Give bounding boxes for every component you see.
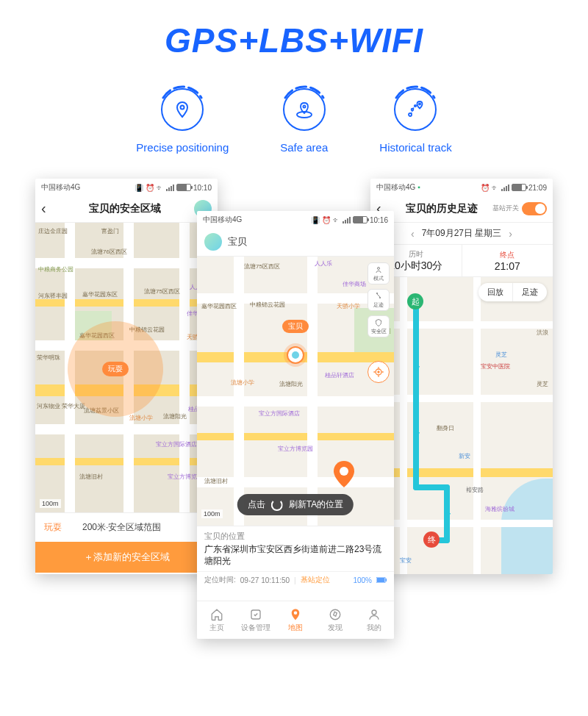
tab-label: 我的 xyxy=(367,623,381,633)
map-scale: 100m xyxy=(40,499,61,508)
secondary-pin-icon[interactable] xyxy=(333,461,355,490)
map-poi: 宝立方国际酒店 xyxy=(259,409,300,418)
map-canvas[interactable]: 流塘75区西区 人人乐 佳华商场 嘉华花园西区 中粮锦云花园 天骄小学 师公园 … xyxy=(197,257,394,526)
map-scale: 100m xyxy=(201,509,223,518)
loc-time-label: 定位时间: xyxy=(204,575,236,585)
chevron-left-icon[interactable]: ‹ xyxy=(411,228,415,240)
feature-precise: Precise positioning xyxy=(136,88,229,154)
metric-value: 21:07 xyxy=(495,260,520,272)
map-poi: 佳华商场 xyxy=(343,280,366,288)
feature-safearea: Safe area xyxy=(280,88,328,154)
signal-icon xyxy=(166,185,174,191)
base-station-toggle[interactable] xyxy=(522,202,547,215)
feature-label: Precise positioning xyxy=(136,141,229,154)
map-poi: 桂品轩酒店 xyxy=(325,371,354,379)
tab-label: 发现 xyxy=(328,623,343,633)
signal-icon xyxy=(343,217,351,223)
status-bar: 中国移动4G 📳 ⏰ ᯤ 10:16 xyxy=(197,211,394,227)
track-button[interactable]: 足迹 xyxy=(368,289,390,311)
map-poi: 新安 xyxy=(459,452,470,460)
phones-stage: 中国移动4G 📳 ⏰ ᯤ 10:10 ‹ 宝贝的安全区域 xyxy=(0,179,588,708)
safezone-button[interactable]: 安全区 xyxy=(368,315,390,337)
map-poi: 嘉华花园西区 xyxy=(201,302,237,310)
map-poi: 人人乐 xyxy=(315,259,332,268)
address-text: 广东省深圳市宝安区西乡街道前进二路23号流塘阳光 xyxy=(197,543,394,571)
map-poi: 宝安 xyxy=(400,556,412,565)
map-poi: 洪浪 xyxy=(537,329,548,337)
mode-button[interactable]: 模式 xyxy=(368,262,390,284)
battery-percent: 100% xyxy=(353,576,372,584)
safe-zone-row[interactable]: 玩耍 200米·安全区域范围 xyxy=(35,512,218,542)
svg-point-7 xyxy=(378,267,380,269)
alarm-icon: ⏰ xyxy=(481,184,490,192)
tab-devices[interactable]: 设备管理 xyxy=(237,601,276,639)
feature-track: Historical track xyxy=(379,88,451,154)
map-poi: 流塘阳光 xyxy=(163,412,187,420)
phone-safearea: 中国移动4G 📳 ⏰ ᯤ 10:10 ‹ 宝贝的安全区域 xyxy=(35,179,218,574)
feature-label: Historical track xyxy=(379,141,451,154)
date-label: 7年09月27日 星期三 xyxy=(422,227,502,240)
track-start-node: 起 xyxy=(407,293,423,309)
map-canvas[interactable]: 起 终 小学 洪浪 灵芝 宝安中医院 灵芝 新安 翻身日 裕安路 海雅缤纷城 宝… xyxy=(370,277,553,574)
map-poi: 荣华明珠 xyxy=(37,354,60,362)
back-button[interactable]: ‹ xyxy=(41,200,56,217)
vibrate-icon: 📳 xyxy=(135,184,143,192)
tab-home[interactable]: 主页 xyxy=(197,601,237,639)
refresh-location-button[interactable]: 点击 刷新TA的位置 xyxy=(237,494,354,515)
clock: 21:09 xyxy=(528,184,547,192)
replay-button[interactable]: 回放 xyxy=(478,283,512,301)
map-poi: 嘉华花园东区 xyxy=(82,290,118,298)
metric-value: 10小时30分 xyxy=(389,259,442,273)
screen-title: 宝贝的历史足迹 xyxy=(391,202,492,215)
carrier-label: 中国移动4G xyxy=(203,215,242,225)
chevron-right-icon[interactable]: › xyxy=(509,228,512,240)
tab-me[interactable]: 我的 xyxy=(354,601,394,639)
title-bar: ‹ 宝贝的安全区域 xyxy=(35,195,218,223)
svg-point-14 xyxy=(292,351,299,359)
track-end-node: 终 xyxy=(423,531,440,548)
map-poi: 庄边金庄园 xyxy=(38,227,68,235)
track-arrow-icon xyxy=(413,365,420,371)
safe-area-icon xyxy=(283,88,326,131)
map-poi: 宝安中医院 xyxy=(481,362,510,370)
device-header[interactable]: 宝贝 xyxy=(197,227,394,257)
alarm-icon: ⏰ xyxy=(322,216,331,224)
metric-label: 历时 xyxy=(409,249,423,259)
device-pin-icon[interactable] xyxy=(281,340,310,373)
map-poi: 流塘75区西区 xyxy=(144,287,180,296)
signal-icon xyxy=(501,185,509,191)
map-poi: 流塘76区西区 xyxy=(91,248,127,256)
map-canvas[interactable]: 庄边金庄园 富盈门 流塘76区西区 中粮商务公园 河东驿丰园 嘉华花园东区 流塘… xyxy=(35,223,218,512)
map-poi: 流塘小学 xyxy=(231,379,254,387)
map-poi: 裕安路 xyxy=(466,486,484,494)
map-poi: 流塘小学 xyxy=(129,414,153,422)
map-poi: 灵芝 xyxy=(537,380,548,388)
status-bar: 中国移动4G 📳 ⏰ ᯤ 10:10 xyxy=(35,179,218,195)
tab-discover[interactable]: 发现 xyxy=(315,601,355,639)
positioning-method: 基站定位 xyxy=(301,575,330,585)
map-poi: 翻身日 xyxy=(437,424,454,432)
locate-button[interactable] xyxy=(368,361,390,383)
geofence-pin[interactable]: 玩耍 xyxy=(102,362,129,376)
location-info-panel: 宝贝的位置 广东省深圳市宝安区西乡街道前进二路23号流塘阳光 定位时间: 09-… xyxy=(197,526,394,591)
tab-label: 地图 xyxy=(288,623,303,633)
toggle-label: 基站开关 xyxy=(492,204,519,213)
historical-track-icon xyxy=(394,88,437,131)
add-zone-button[interactable]: ＋添加新的安全区域 xyxy=(35,542,218,573)
svg-point-21 xyxy=(372,610,376,615)
tab-label: 设备管理 xyxy=(241,623,270,633)
map-poi: 宝立方国际酒店 xyxy=(156,440,197,448)
hero-title: GPS+LBS+WIFI xyxy=(0,0,588,60)
footprint-button[interactable]: 足迹 xyxy=(513,283,547,301)
tab-map[interactable]: 地图 xyxy=(276,601,315,639)
alarm-icon: ⏰ xyxy=(146,184,154,192)
device-name: 宝贝 xyxy=(228,235,247,248)
track-toggle[interactable]: 回放 足迹 xyxy=(478,283,547,301)
title-bar: ‹ 宝贝的历史足迹 基站开关 xyxy=(370,195,553,223)
phone-positioning: 中国移动4G 📳 ⏰ ᯤ 10:16 宝贝 流塘75区西区 人人乐 xyxy=(197,211,394,639)
zone-name: 玩耍 xyxy=(35,521,82,534)
map-poi: 天骄小学 xyxy=(337,302,360,310)
date-selector[interactable]: ‹ 7年09月27日 星期三 › xyxy=(370,223,553,245)
button-label: 模式 xyxy=(373,275,384,282)
map-poi: 河东驿丰园 xyxy=(38,292,68,300)
